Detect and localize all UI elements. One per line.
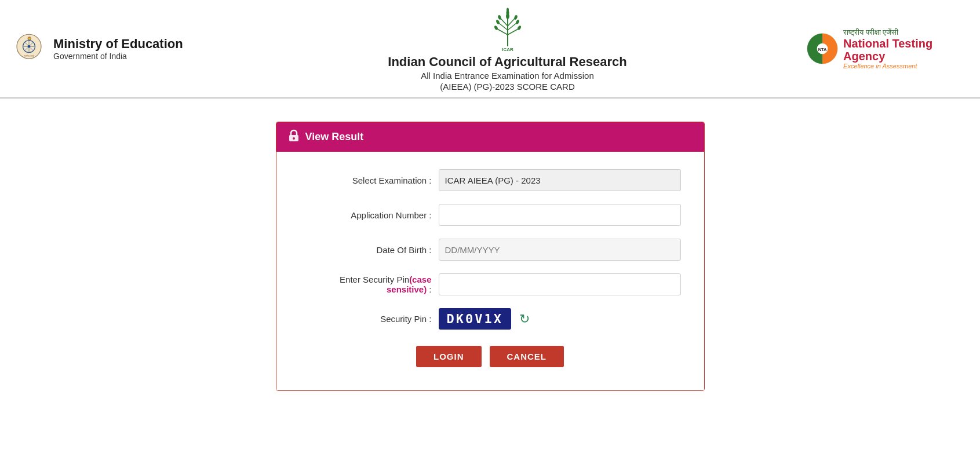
dob-row: Date Of Birth : (300, 239, 681, 261)
exam-line1: All India Entrance Examination for Admis… (209, 71, 806, 81)
dob-label: Date Of Birth : (300, 245, 439, 255)
card-body: Select Examination : Application Number … (276, 152, 704, 390)
nta-branding: NTA राष्ट्रीय परीक्षा एजेंसी National Te… (806, 28, 968, 70)
select-exam-row: Select Examination : (300, 169, 681, 191)
application-number-input[interactable] (439, 204, 681, 226)
card-title: View Result (305, 131, 364, 143)
center-branding: ICAR Indian Council of Agricultural Rese… (209, 6, 806, 92)
nta-logo-icon: NTA (806, 31, 839, 66)
svg-line-17 (497, 29, 508, 35)
nta-tagline: Excellence in Assessment (843, 63, 968, 70)
svg-line-23 (508, 29, 518, 35)
icar-logo-icon: ICAR (484, 6, 531, 52)
svg-text:सत्यमेव जयते: सत्यमेव जयते (23, 54, 35, 57)
select-exam-input[interactable] (439, 169, 681, 191)
nta-text-block: राष्ट्रीय परीक्षा एजेंसी National Testin… (843, 28, 968, 70)
refresh-captcha-button[interactable]: ↻ (516, 310, 533, 328)
main-content: View Result Select Examination : Applica… (0, 98, 980, 414)
svg-text:ICAR: ICAR (502, 47, 513, 52)
login-button[interactable]: LOGIN (416, 346, 482, 367)
cancel-button[interactable]: CANCEL (490, 346, 564, 367)
svg-point-30 (293, 137, 295, 140)
ministry-sub: Government of India (53, 52, 183, 61)
button-row: LOGIN CANCEL (300, 346, 681, 367)
captcha-image: DK0V1X (439, 308, 511, 330)
ministry-branding: 🦁 सत्यमेव जयते Ministry of Education Gov… (12, 31, 209, 66)
application-number-row: Application Number : (300, 204, 681, 226)
captcha-display: DK0V1X ↻ (439, 308, 533, 330)
captcha-row: Security Pin : DK0V1X ↻ (300, 308, 681, 330)
svg-point-12 (507, 8, 509, 12)
page-header: 🦁 सत्यमेव जयते Ministry of Education Gov… (0, 0, 980, 98)
ministry-name: Ministry of Education (53, 36, 183, 52)
captcha-label: Security Pin : (300, 314, 439, 324)
application-number-label: Application Number : (300, 210, 439, 220)
emblem-icon: 🦁 सत्यमेव जयते (12, 31, 46, 66)
nta-english-name: National Testing Agency (843, 37, 968, 63)
nta-logo: NTA राष्ट्रीय परीक्षा एजेंसी National Te… (806, 28, 968, 70)
security-pin-row: Enter Security Pin(case sensitive) : (300, 273, 681, 295)
lock-icon (288, 129, 300, 145)
security-pin-input[interactable] (439, 273, 681, 295)
svg-text:NTA: NTA (818, 47, 827, 52)
card-header: View Result (276, 122, 704, 152)
ministry-text: Ministry of Education Government of Indi… (53, 36, 183, 61)
exam-line2: (AIEEA) (PG)-2023 SCORE CARD (209, 82, 806, 92)
org-title: Indian Council of Agricultural Research (209, 54, 806, 70)
security-pin-label: Enter Security Pin(case sensitive) : (300, 275, 439, 294)
select-exam-label: Select Examination : (300, 176, 439, 185)
view-result-card: View Result Select Examination : Applica… (276, 122, 705, 391)
nta-hindi-text: राष्ट्रीय परीक्षा एजेंसी (843, 28, 968, 37)
dob-input[interactable] (439, 239, 681, 261)
